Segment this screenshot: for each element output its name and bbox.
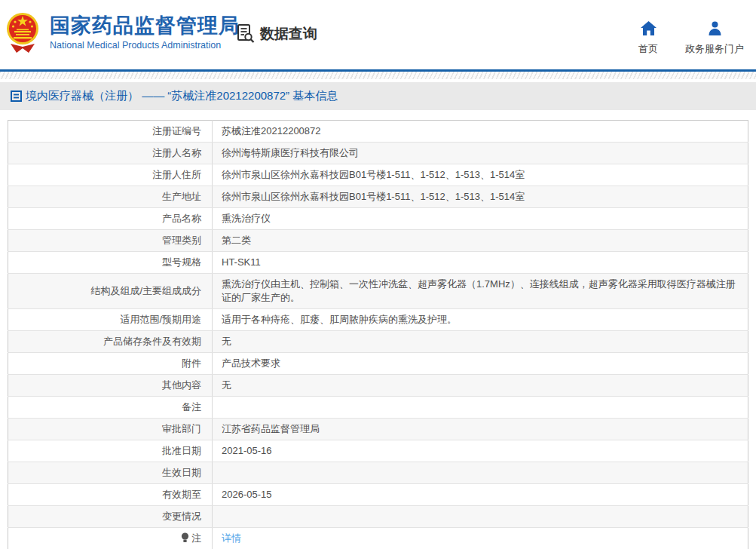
row-value: 熏洗治疗仪由主机、控制箱、一次性冲洗盆、超声雾化器（1.7MHz）、连接线组成，… [213, 274, 748, 309]
site-title-block: 国家药品监督管理局 National Medical Products Admi… [50, 14, 240, 51]
row-value: 熏洗治疗仪 [213, 208, 748, 230]
row-label: 附件 [8, 353, 213, 375]
breadcrumb: 境内医疗器械（注册） —— “苏械注准20212200872” 基本信息 [0, 82, 756, 110]
portal-label: 政务服务门户 [685, 42, 744, 56]
table-row: 生效日期 [8, 462, 748, 484]
table-row: 产品名称 熏洗治疗仪 [8, 208, 748, 230]
table-row: 管理类别 第二类 [8, 230, 748, 252]
spacer [0, 110, 756, 120]
site-title: 国家药品监督管理局 [50, 14, 240, 37]
data-query-label: 数据查询 [260, 24, 317, 44]
row-value: 无 [213, 375, 748, 397]
home-label: 首页 [638, 42, 658, 56]
row-label: 生产地址 [8, 186, 213, 208]
table-row: 生产地址 徐州市泉山区徐州永嘉科技园B01号楼1-511、1-512、1-513… [8, 186, 748, 208]
row-label: 注 [8, 528, 213, 549]
header-links: 首页 政务服务门户 [611, 20, 744, 56]
info-table-body: 注册证编号 苏械注准20212200872 注册人名称 徐州海特斯康医疗科技有限… [8, 121, 748, 549]
row-label: 结构及组成/主要组成成分 [8, 274, 213, 309]
row-label: 审批部门 [8, 419, 213, 440]
table-row: 注册证编号 苏械注准20212200872 [8, 121, 748, 143]
row-label: 变更情况 [8, 506, 213, 528]
details-link[interactable]: 详情 [222, 532, 241, 544]
row-value: 徐州市泉山区徐州永嘉科技园B01号楼1-511、1-512、1-513、1-51… [213, 164, 748, 186]
table-row: 批准日期 2021-05-16 [8, 440, 748, 462]
row-value: 2026-05-15 [213, 484, 748, 506]
site-subtitle: National Medical Products Administration [50, 40, 240, 51]
row-label: 注册人住所 [8, 164, 213, 186]
breadcrumb-text: 境内医疗器械（注册） —— “苏械注准20212200872” 基本信息 [26, 89, 338, 103]
info-table: 注册证编号 苏械注准20212200872 注册人名称 徐州海特斯康医疗科技有限… [8, 120, 748, 549]
row-value: 无 [213, 331, 748, 353]
table-row: 结构及组成/主要组成成分 熏洗治疗仪由主机、控制箱、一次性冲洗盆、超声雾化器（1… [8, 274, 748, 309]
header-divider-hatch [0, 72, 756, 79]
table-row: 备注 [8, 397, 748, 419]
home-link[interactable]: 首页 [638, 20, 658, 56]
data-query-nav[interactable]: 数据查询 [236, 23, 317, 44]
portal-link[interactable]: 政务服务门户 [685, 20, 744, 56]
row-value [213, 506, 748, 528]
row-value: 详情 [213, 528, 748, 549]
row-label: 备注 [8, 397, 213, 419]
row-label: 注册证编号 [8, 121, 213, 143]
row-value: 苏械注准20212200872 [213, 121, 748, 143]
row-label: 适用范围/预期用途 [8, 309, 213, 331]
row-label: 有效期至 [8, 484, 213, 506]
row-label: 管理类别 [8, 230, 213, 252]
table-row: 变更情况 [8, 506, 748, 528]
table-row: 适用范围/预期用途 适用于各种痔疮、肛瘘、肛周脓肿疾病的熏洗及护理。 [8, 309, 748, 331]
row-label: 型号规格 [8, 252, 213, 274]
row-value [213, 462, 748, 484]
table-row: 注册人名称 徐州海特斯康医疗科技有限公司 [8, 143, 748, 164]
row-value: 2021-05-16 [213, 440, 748, 462]
list-icon [11, 90, 22, 102]
table-row: 注册人住所 徐州市泉山区徐州永嘉科技园B01号楼1-511、1-512、1-51… [8, 164, 748, 186]
table-row: 其他内容 无 [8, 375, 748, 397]
row-label: 注册人名称 [8, 143, 213, 164]
site-header: 国家药品监督管理局 National Medical Products Admi… [0, 0, 756, 69]
table-row: 审批部门 江苏省药品监督管理局 [8, 419, 748, 440]
row-value [213, 397, 748, 419]
table-row: 产品储存条件及有效期 无 [8, 331, 748, 353]
row-label: 其他内容 [8, 375, 213, 397]
table-row: 注 详情 [8, 528, 748, 549]
row-value: HT-SK11 [213, 252, 748, 274]
row-label: 产品名称 [8, 208, 213, 230]
row-value: 适用于各种痔疮、肛瘘、肛周脓肿疾病的熏洗及护理。 [213, 309, 748, 331]
row-label: 批准日期 [8, 440, 213, 462]
site-logo[interactable]: 国家药品监督管理局 National Medical Products Admi… [6, 11, 240, 54]
row-value: 徐州市泉山区徐州永嘉科技园B01号楼1-511、1-512、1-513、1-51… [213, 186, 748, 208]
home-icon [641, 20, 657, 36]
table-row: 有效期至 2026-05-15 [8, 484, 748, 506]
table-row: 型号规格 HT-SK11 [8, 252, 748, 274]
user-icon [708, 20, 722, 36]
row-label: 生效日期 [8, 462, 213, 484]
row-value: 江苏省药品监督管理局 [213, 419, 748, 440]
row-value: 徐州海特斯康医疗科技有限公司 [213, 143, 748, 164]
registration-info: 注册证编号 苏械注准20212200872 注册人名称 徐州海特斯康医疗科技有限… [8, 120, 748, 549]
bulb-icon [181, 532, 189, 543]
row-value: 产品技术要求 [213, 353, 748, 375]
row-value: 第二类 [213, 230, 748, 252]
document-search-icon [236, 23, 256, 44]
table-row: 附件 产品技术要求 [8, 353, 748, 375]
national-emblem-icon [6, 11, 39, 54]
row-label: 产品储存条件及有效期 [8, 331, 213, 353]
